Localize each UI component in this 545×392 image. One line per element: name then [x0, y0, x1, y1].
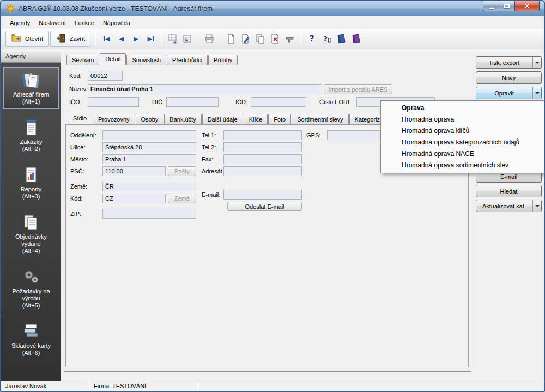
tab-prilohy[interactable]: Přílohy [208, 55, 238, 65]
menu-item-hromadna-oprava-kategorizacnich-udaju[interactable]: Hromadná oprava kategorizačních údajů [381, 137, 544, 148]
sidebar-item-label: Adresář firem [13, 91, 49, 98]
subtab-sidlo[interactable]: Sídlo [68, 113, 92, 124]
new-record-button[interactable] [223, 32, 238, 46]
help-icon: ? [306, 33, 317, 44]
previous-record-button[interactable]: ◀ [114, 32, 129, 46]
sidebar-item-label: Požadavky na výrobu [5, 288, 57, 302]
tisk-export-dropdown[interactable] [532, 57, 541, 68]
address-book-icon [20, 70, 42, 90]
adresat-label: Adresát: [202, 166, 224, 176]
sidebar-item-adresar-firem[interactable]: Adresář firem (Alt+1) [3, 67, 59, 109]
open-button[interactable]: Otevřít [5, 31, 49, 47]
copy-documents-icon [255, 33, 266, 44]
ulice-field[interactable]: Štěpánská 28 [102, 142, 196, 152]
toolbar: Otevřít Zavřít ◀ ◀ ▶ ▶ [1, 29, 544, 49]
zeme-kod-label: Kód: [70, 194, 83, 203]
oddeleni-field[interactable] [102, 130, 196, 140]
titlebar: ABRA G2® 10.03.08 Zkušební verze - TESTO… [1, 1, 544, 16]
subtab-bank-ucty[interactable]: Bank.účty [164, 114, 201, 124]
adresat-field[interactable] [223, 166, 302, 176]
context-help-button[interactable]: ? [319, 32, 334, 46]
sidebar-header: Agendy [1, 50, 61, 63]
menu-item-oprava[interactable]: Oprava [381, 102, 544, 114]
tab-predchudci[interactable]: Předchůdci [167, 55, 208, 65]
first-record-button[interactable]: ◀ [99, 32, 114, 46]
close-window-button[interactable]: × [515, 1, 540, 11]
opravit-button[interactable]: Opravit [476, 87, 542, 99]
minimize-button[interactable] [483, 1, 499, 11]
documentation-button[interactable] [348, 32, 363, 46]
sidebar-item-reporty[interactable]: Reporty (Alt+3) [3, 162, 59, 204]
menu-funkce[interactable]: Funkce [70, 17, 99, 28]
posty-button[interactable]: Pošty [168, 166, 196, 176]
import-ares-button[interactable]: Import z portálu ARES [324, 84, 392, 94]
sidebar-item-label: Zakázky [20, 138, 43, 146]
novy-button[interactable]: Nový [476, 71, 542, 84]
sidebar-item-pozadavky-na-vyrobu[interactable]: Požadavky na výrobu (Alt+5) [3, 264, 59, 313]
subtab-provozovny[interactable]: Provozovny [93, 114, 135, 124]
sidebar-item-zakazky[interactable]: Zakázky (Alt+2) [3, 114, 59, 156]
tel1-field[interactable] [223, 130, 302, 140]
subtab-foto[interactable]: Foto [268, 114, 291, 124]
icd-field[interactable] [251, 97, 306, 107]
sidebar-item-objednavky-vydane[interactable]: Objednávky vydané (Alt+4) [3, 209, 59, 258]
sidebar-item-shortcut: (Alt+3) [22, 193, 40, 200]
aktualizovat-dropdown[interactable] [532, 200, 541, 212]
kod-field[interactable]: 00012 [88, 71, 123, 81]
help-button[interactable]: ? [304, 32, 319, 46]
odeslat-email-button[interactable]: Odeslat E-mail [227, 202, 302, 211]
opravit-dropdown[interactable] [532, 87, 541, 99]
close-button[interactable]: Zavřít [50, 31, 90, 47]
menu-item-hromadna-oprava-klicu[interactable]: Hromadná oprava klíčů [381, 125, 544, 137]
goto-grid-button[interactable] [165, 32, 180, 46]
subtab-klice[interactable]: Klíče [244, 114, 268, 124]
close-icon: × [525, 2, 529, 10]
email-field[interactable] [223, 190, 302, 200]
copy-record-button[interactable] [253, 32, 268, 46]
oddeleni-label: Oddělení: [70, 130, 96, 140]
tab-detail[interactable]: Detail [100, 53, 126, 65]
next-record-button[interactable]: ▶ [129, 32, 143, 46]
menu-napoveda[interactable]: Nápověda [99, 17, 135, 28]
zeme-field[interactable]: ČR [102, 182, 196, 191]
subtab-sortimentni-slevy[interactable]: Sortimentní slevy [292, 114, 348, 124]
storno-button[interactable] [282, 32, 297, 46]
tel2-field[interactable] [223, 142, 302, 152]
refresh-grid-button[interactable] [180, 32, 195, 46]
ico-field[interactable] [88, 97, 139, 107]
sidebar-item-shortcut: (Alt+5) [22, 302, 40, 309]
nazev-field[interactable]: Finanční úřad Praha 1 [88, 84, 322, 94]
maximize-button[interactable] [499, 1, 515, 11]
zip-field[interactable] [102, 209, 196, 219]
print-button[interactable] [202, 32, 216, 46]
menu-nastaveni[interactable]: Nastavení [34, 17, 70, 28]
dic-field[interactable] [166, 97, 219, 107]
last-record-button[interactable]: ▶ [143, 32, 158, 46]
sidebar-items: Adresář firem (Alt+1) Zakázky (Alt+2) [1, 63, 61, 360]
manual-button[interactable] [334, 32, 348, 46]
mesto-field[interactable]: Praha 1 [102, 154, 196, 164]
new-document-icon [226, 33, 237, 44]
edit-record-button[interactable] [238, 32, 253, 46]
menu-item-hromadna-oprava[interactable]: Hromadná oprava [381, 114, 544, 125]
grid-refresh-icon [182, 33, 193, 44]
fax-field[interactable] [223, 154, 302, 164]
psc-field[interactable]: 110 00 [102, 166, 166, 176]
zeme-kod-field[interactable]: CZ [102, 194, 166, 203]
sidebar-item-skladove-karty[interactable]: Skladové karty (Alt+6) [3, 318, 59, 360]
menu-item-hromadna-oprava-nace[interactable]: Hromadná oprava NACE [381, 148, 544, 160]
tab-souvislosti[interactable]: Souvislosti [126, 55, 166, 65]
delete-record-button[interactable] [268, 32, 282, 46]
subtab-dalsi-udaje[interactable]: Další údaje [202, 114, 243, 124]
zeme-button[interactable]: Země [168, 194, 196, 203]
menu-agendy[interactable]: Agendy [5, 17, 34, 28]
tab-seznam[interactable]: Seznam [66, 55, 99, 65]
menu-item-hromadna-oprava-sortimentnich-slev[interactable]: Hromadná oprava sortimentních slev [381, 160, 544, 171]
hledat-button[interactable]: Hledat [476, 185, 542, 197]
chevron-down-icon [535, 62, 540, 64]
tisk-export-button[interactable]: Tisk, export [476, 56, 542, 69]
statusbar-spacer [197, 381, 544, 391]
aktualizovat-kat-button[interactable]: Aktualizovat kat. [476, 200, 542, 212]
kod-label: Kód: [69, 71, 82, 81]
subtab-osoby[interactable]: Osoby [136, 114, 164, 124]
